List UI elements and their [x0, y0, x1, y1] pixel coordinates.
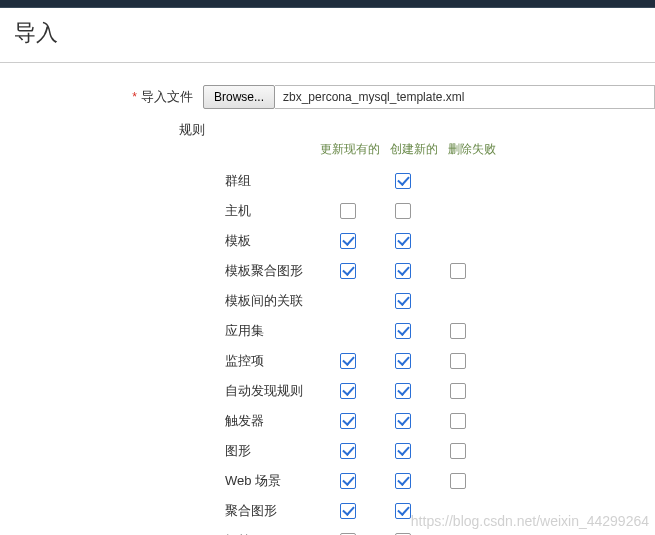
- checkbox-cell-create: [375, 383, 430, 399]
- rule-row: 应用集: [0, 316, 655, 346]
- rule-row: Web 场景: [0, 466, 655, 496]
- import-file-label: 导入文件: [0, 88, 203, 106]
- checkbox-cell-update: [320, 473, 375, 489]
- col-update-header: 更新现有的: [320, 141, 380, 158]
- checkbox-create[interactable]: [395, 173, 411, 189]
- import-form: 导入文件 Browse... zbx_percona_mysql_templat…: [0, 63, 655, 535]
- rule-row: 拓扑图: [0, 526, 655, 535]
- rule-label: 聚合图形: [0, 502, 320, 520]
- checkbox-delete[interactable]: [450, 443, 466, 459]
- checkbox-cell-create: [375, 443, 430, 459]
- checkbox-update[interactable]: [340, 473, 356, 489]
- checkbox-cell-create: [375, 473, 430, 489]
- rule-label: 监控项: [0, 352, 320, 370]
- checkbox-cell-delete: [430, 353, 485, 369]
- checkbox-cell-create: [375, 353, 430, 369]
- checkbox-update[interactable]: [340, 353, 356, 369]
- checkbox-cell-update: [320, 383, 375, 399]
- checkbox-update[interactable]: [340, 263, 356, 279]
- checkbox-create[interactable]: [395, 383, 411, 399]
- checkbox-cell-create: [375, 503, 430, 519]
- checkbox-cell-create: [375, 173, 430, 189]
- rule-row: 自动发现规则: [0, 376, 655, 406]
- checkbox-cell-create: [375, 413, 430, 429]
- checkbox-create[interactable]: [395, 203, 411, 219]
- rule-row: 模板: [0, 226, 655, 256]
- file-input-wrap: Browse... zbx_percona_mysql_template.xml: [203, 85, 655, 109]
- rules-list: 群组主机模板模板聚合图形模板间的关联应用集监控项自动发现规则触发器图形Web 场…: [0, 166, 655, 535]
- page-title: 导入: [0, 8, 655, 63]
- top-bar: [0, 0, 655, 8]
- checkbox-delete[interactable]: [450, 353, 466, 369]
- checkbox-create[interactable]: [395, 413, 411, 429]
- rule-label: 群组: [0, 172, 320, 190]
- checkbox-cell-create: [375, 233, 430, 249]
- checkbox-cell-update: [320, 353, 375, 369]
- checkbox-create[interactable]: [395, 473, 411, 489]
- rule-label: 模板: [0, 232, 320, 250]
- import-file-row: 导入文件 Browse... zbx_percona_mysql_templat…: [0, 85, 655, 109]
- checkbox-delete[interactable]: [450, 413, 466, 429]
- checkbox-cell-create: [375, 263, 430, 279]
- checkbox-cell-update: [320, 413, 375, 429]
- checkbox-update[interactable]: [340, 383, 356, 399]
- rule-label: 图形: [0, 442, 320, 460]
- checkbox-update[interactable]: [340, 443, 356, 459]
- checkbox-delete[interactable]: [450, 473, 466, 489]
- rule-label: 模板间的关联: [0, 292, 320, 310]
- checkbox-delete[interactable]: [450, 263, 466, 279]
- checkbox-delete[interactable]: [450, 323, 466, 339]
- rule-label: Web 场景: [0, 472, 320, 490]
- checkbox-create[interactable]: [395, 323, 411, 339]
- checkbox-update[interactable]: [340, 503, 356, 519]
- checkbox-cell-create: [375, 323, 430, 339]
- checkbox-cell-delete: [430, 413, 485, 429]
- checkbox-cell-create: [375, 203, 430, 219]
- checkbox-cell-delete: [430, 263, 485, 279]
- rule-label: 自动发现规则: [0, 382, 320, 400]
- rules-header-row: 规则: [0, 119, 655, 139]
- checkbox-delete[interactable]: [450, 383, 466, 399]
- checkbox-cell-update: [320, 203, 375, 219]
- browse-button[interactable]: Browse...: [203, 85, 275, 109]
- rules-columns-header: 更新现有的 创建新的 删除失败: [0, 141, 655, 158]
- file-name-display[interactable]: zbx_percona_mysql_template.xml: [275, 85, 655, 109]
- rule-row: 主机: [0, 196, 655, 226]
- checkbox-cell-delete: [430, 323, 485, 339]
- checkbox-cell-update: [320, 443, 375, 459]
- rule-row: 聚合图形: [0, 496, 655, 526]
- rule-label: 触发器: [0, 412, 320, 430]
- checkbox-update[interactable]: [340, 203, 356, 219]
- checkbox-create[interactable]: [395, 293, 411, 309]
- checkbox-create[interactable]: [395, 503, 411, 519]
- checkbox-create[interactable]: [395, 353, 411, 369]
- rule-row: 模板聚合图形: [0, 256, 655, 286]
- checkbox-update[interactable]: [340, 413, 356, 429]
- checkbox-create[interactable]: [395, 443, 411, 459]
- rule-label: 应用集: [0, 322, 320, 340]
- checkbox-create[interactable]: [395, 263, 411, 279]
- col-delete-header: 删除失败: [448, 141, 496, 158]
- rules-label: 规则: [0, 119, 215, 139]
- rule-label: 主机: [0, 202, 320, 220]
- checkbox-cell-update: [320, 233, 375, 249]
- checkbox-cell-update: [320, 263, 375, 279]
- checkbox-cell-delete: [430, 473, 485, 489]
- rule-row: 模板间的关联: [0, 286, 655, 316]
- rule-row: 触发器: [0, 406, 655, 436]
- col-create-header: 创建新的: [390, 141, 438, 158]
- rule-row: 群组: [0, 166, 655, 196]
- rule-label: 模板聚合图形: [0, 262, 320, 280]
- checkbox-cell-update: [320, 503, 375, 519]
- checkbox-cell-delete: [430, 383, 485, 399]
- checkbox-cell-delete: [430, 443, 485, 459]
- rule-row: 监控项: [0, 346, 655, 376]
- rule-row: 图形: [0, 436, 655, 466]
- checkbox-update[interactable]: [340, 233, 356, 249]
- checkbox-create[interactable]: [395, 233, 411, 249]
- checkbox-cell-create: [375, 293, 430, 309]
